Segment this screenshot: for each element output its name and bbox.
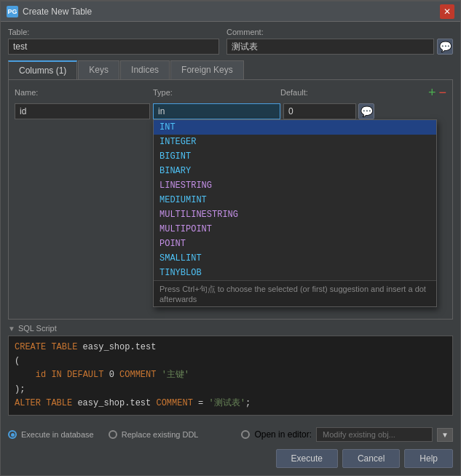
remove-column-btn[interactable]: − xyxy=(438,86,446,99)
col-default-label: Default: xyxy=(280,88,428,97)
sql-table-comment: '测试表' xyxy=(203,398,245,408)
dropdown-item-multipoint[interactable]: MULTIPOINT xyxy=(154,222,436,237)
dropdown-item-linestring[interactable]: LINESTRING xyxy=(154,178,436,193)
radio-editor-label: Open in editor: xyxy=(254,429,312,440)
execute-button[interactable]: Execute xyxy=(276,449,338,468)
help-button[interactable]: Help xyxy=(404,449,453,468)
radio-replace-label: Replace existing DDL xyxy=(122,430,199,439)
sql-kw-alter: ALTER TABLE xyxy=(15,398,72,408)
sql-table-name: easy_shop.test xyxy=(77,342,156,352)
header-actions: + − xyxy=(428,86,446,99)
col-name-label: Name: xyxy=(15,88,153,97)
sql-indent xyxy=(15,370,36,380)
sql-default-val: 0 xyxy=(103,370,114,380)
dropdown-item-int[interactable]: INT xyxy=(154,120,436,135)
col-labels: Name: Type: Default: xyxy=(15,88,428,97)
sql-line-3: id IN DEFAULT 0 COMMENT '主键' xyxy=(15,368,446,382)
comment-icon-btn[interactable]: 💬 xyxy=(437,39,453,55)
tab-columns[interactable]: Columns (1) xyxy=(8,60,77,79)
dialog-content: Table: Comment: 💬 Columns (1) Keys Indic… xyxy=(1,22,460,421)
column-default-input[interactable] xyxy=(283,103,356,119)
sql-kw-comment: COMMENT xyxy=(114,370,157,380)
radio-editor-btn[interactable] xyxy=(241,430,250,439)
dropdown-item-tinyblob[interactable]: TINYBLOB xyxy=(154,266,436,280)
dropdown-item-multilinestring[interactable]: MULTILINESTRING xyxy=(154,207,436,222)
radio-execute-label: Execute in database xyxy=(21,430,94,439)
tab-foreign-keys[interactable]: Foreign Keys xyxy=(170,60,244,79)
dialog-title: Create New Table xyxy=(23,7,440,17)
table-name-input[interactable] xyxy=(8,39,219,55)
dropdown-item-point[interactable]: POINT xyxy=(154,237,436,251)
radio-replace: Replace existing DDL xyxy=(109,430,199,439)
sql-semi: ; xyxy=(245,398,251,408)
editor-dropdown-btn[interactable]: ▼ xyxy=(437,428,453,442)
table-field-group: Table: xyxy=(8,28,219,55)
col-type-wrapper: INT INTEGER BIGINT BINARY LINESTRING MED… xyxy=(153,103,280,119)
col-type-label: Type: xyxy=(153,88,280,97)
close-button[interactable]: ✕ xyxy=(440,4,454,19)
sql-header: ▼ SQL Script xyxy=(8,324,453,333)
default-icon-btn[interactable]: 💬 xyxy=(358,103,374,119)
create-table-dialog: PG Create New Table ✕ Table: Comment: 💬 … xyxy=(0,0,461,476)
open-editor-input[interactable] xyxy=(316,427,433,442)
comment-input[interactable] xyxy=(226,39,434,55)
tabs: Columns (1) Keys Indices Foreign Keys xyxy=(8,60,453,79)
sql-kw-create: CREATE TABLE xyxy=(15,342,77,352)
app-icon: PG xyxy=(7,6,18,17)
top-fields: Table: Comment: 💬 xyxy=(8,28,453,55)
dropdown-item-bigint[interactable]: BIGINT xyxy=(154,149,436,164)
sql-section-label: SQL Script xyxy=(18,324,57,333)
footer-options: Execute in database Replace existing DDL… xyxy=(1,421,460,446)
dropdown-item-mediumint[interactable]: MEDIUMINT xyxy=(154,193,436,207)
columns-header: Name: Type: Default: + − xyxy=(15,86,446,99)
sql-col-name: id xyxy=(36,370,46,380)
add-column-btn[interactable]: + xyxy=(428,86,436,99)
sql-kw-comment2: COMMENT xyxy=(151,398,193,408)
sql-editor[interactable]: CREATE TABLE easy_shop.test ( id IN DEFA… xyxy=(8,336,453,416)
column-name-input[interactable] xyxy=(15,103,150,119)
comment-row: 💬 xyxy=(226,39,453,55)
column-row: INT INTEGER BIGINT BINARY LINESTRING MED… xyxy=(15,103,446,119)
sql-toggle[interactable]: ▼ xyxy=(8,325,15,333)
footer-buttons: Execute Cancel Help xyxy=(1,446,460,475)
column-type-input[interactable] xyxy=(153,103,280,119)
sql-kw-default: DEFAULT xyxy=(62,370,104,380)
comment-field-group: Comment: 💬 xyxy=(226,28,453,55)
tab-keys[interactable]: Keys xyxy=(78,60,119,79)
sql-line-5: ALTER TABLE easy_shop.test COMMENT = '测试… xyxy=(15,397,446,410)
cancel-button[interactable]: Cancel xyxy=(342,449,400,468)
tab-indices[interactable]: Indices xyxy=(120,60,170,79)
dropdown-hint: Press Ctrl+句点 to choose the selected (or… xyxy=(154,280,436,306)
sql-comment-val: '主键' xyxy=(156,370,189,380)
comment-label: Comment: xyxy=(226,28,453,36)
dropdown-item-smallint[interactable]: SMALLINT xyxy=(154,251,436,266)
dropdown-item-integer[interactable]: INTEGER xyxy=(154,135,436,149)
sql-eq: = xyxy=(193,398,203,408)
sql-section: ▼ SQL Script CREATE TABLE easy_shop.test… xyxy=(8,324,453,416)
sql-alter-name: easy_shop.test xyxy=(72,398,151,408)
radio-execute-btn[interactable] xyxy=(8,430,17,439)
col-default-wrapper: 💬 xyxy=(283,103,446,119)
open-editor-group: Open in editor: ▼ xyxy=(241,427,453,442)
sql-line-2: ( xyxy=(15,354,446,368)
sql-kw-in: IN xyxy=(46,370,62,380)
type-dropdown: INT INTEGER BIGINT BINARY LINESTRING MED… xyxy=(153,119,437,307)
radio-execute: Execute in database xyxy=(8,430,94,439)
sql-line-4: ); xyxy=(15,383,446,397)
sql-line-1: CREATE TABLE easy_shop.test xyxy=(15,341,446,354)
dropdown-item-binary[interactable]: BINARY xyxy=(154,164,436,178)
titlebar: PG Create New Table ✕ xyxy=(1,1,460,22)
tab-content: Name: Type: Default: + − INT INTEGER xyxy=(8,79,453,320)
radio-replace-btn[interactable] xyxy=(109,430,117,439)
table-label: Table: xyxy=(8,28,219,36)
